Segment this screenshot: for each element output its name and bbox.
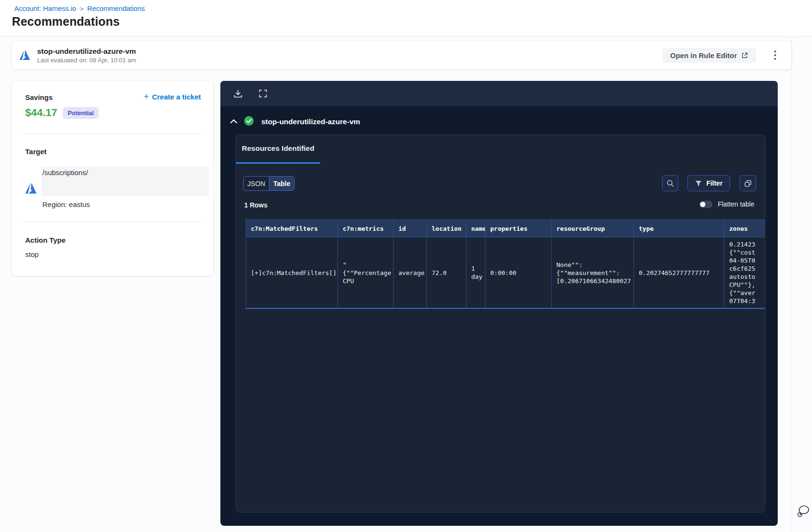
column-header: type [634,220,724,237]
table-cell: 0.21423 {""cost 04-05T0 c6cf625 autosto … [724,237,765,309]
header-divider [0,36,812,37]
view-json-button[interactable]: JSON [244,177,269,190]
table-cell: 72.0 [427,237,466,309]
copy-icon [744,179,752,187]
plus-icon: + [144,93,149,100]
target-label: Target [25,148,47,156]
target-region: Region: eastus [42,200,90,208]
savings-amount-row: $44.17 Potential [25,107,99,119]
tab-resources-identified[interactable]: Resources Identified [242,144,314,153]
results-table-container: c7n:MatchedFilters c7n:metrics id locati… [246,219,765,310]
chat-support-icon[interactable] [795,503,811,520]
breadcrumb-recommendations-link[interactable]: Recommendations [87,5,145,12]
card-divider [23,222,202,222]
create-ticket-label: Create a ticket [152,93,201,101]
success-check-icon [244,116,254,126]
right-gutter-divider [792,37,792,532]
column-header: zones [724,220,765,237]
fullscreen-icon[interactable] [258,89,268,99]
rows-count: 1 Rows [244,201,267,209]
target-path: /subscriptions/ [42,168,88,177]
savings-potential-badge: Potential [63,107,99,119]
matched-filters-expand-link[interactable]: [+]c7n:MatchedFilters[] [246,237,338,309]
page-title: Recommendations [12,15,120,29]
filter-icon [695,180,702,187]
results-toolbar [220,81,778,106]
column-header: c7n:MatchedFilters [246,220,338,237]
copy-button[interactable] [740,175,756,191]
card-divider [23,134,202,134]
breadcrumb-separator: > [80,5,84,12]
action-type-value: stop [25,250,39,258]
table-cell: None"": {""measurement"": [0.20671066342… [552,237,634,309]
rule-header-card: stop-underutilized-azure-vm Last evaluat… [12,41,792,69]
recommendation-details-card: Savings + Create a ticket $44.17 Potenti… [12,81,213,276]
search-button[interactable] [662,175,678,191]
flatten-table-toggle[interactable] [699,201,713,208]
filter-button[interactable]: Filter [687,175,730,191]
more-menu-icon[interactable] [769,49,781,61]
flatten-table-label: Flatten table [718,200,754,208]
rule-title-block: stop-underutilized-azure-vm Last evaluat… [37,47,136,64]
search-icon [666,179,674,187]
filter-label: Filter [706,179,723,187]
create-ticket-button[interactable]: + Create a ticket [144,93,201,101]
table-header-row: c7n:MatchedFilters c7n:metrics id locati… [246,220,765,237]
rule-name: stop-underutilized-azure-vm [37,47,136,56]
toggle-knob [700,202,705,207]
savings-amount: $44.17 [25,107,57,119]
savings-label: Savings [25,93,53,101]
open-rule-editor-button[interactable]: Open in Rule Editor [663,48,756,63]
results-rule-title: stop-underutilized-azure-vm [261,118,360,126]
column-header: resourceGroup [552,220,634,237]
resources-identified-panel: Resources Identified JSON Table [236,135,765,512]
view-mode-toggle: JSON Table [243,176,295,191]
column-header: name [466,220,485,237]
recommendation-detail-page: Account: Harness.io > Recommendations Re… [0,0,812,532]
azure-icon [19,49,31,61]
column-header: location [427,220,466,237]
action-type-label: Action Type [25,236,66,244]
table-row: [+]c7n:MatchedFilters[] " {""Percentage … [246,237,765,309]
column-header: properties [485,220,552,237]
table-cell: " {""Percentage CPU [338,237,394,309]
breadcrumb-account-link[interactable]: Account: Harness.io [14,5,76,12]
open-rule-editor-label: Open in Rule Editor [670,51,737,59]
flatten-table-control: Flatten table [699,200,754,208]
evaluation-results-panel: stop-underutilized-azure-vm Resources Id… [220,81,778,526]
external-link-icon [741,52,748,59]
table-cell: average [394,237,427,309]
active-tab-underline [236,162,320,164]
table-cell: 0.20274652777777777 [634,237,724,309]
column-header: id [394,220,427,237]
table-cell: 1 day [466,237,485,309]
column-header: c7n:metrics [338,220,394,237]
table-cell: 0:00:00 [485,237,552,309]
rule-last-evaluated: Last evaluated on: 08 Apr, 10:01 am [37,57,136,64]
view-table-button[interactable]: Table [269,177,294,190]
download-icon[interactable] [233,89,243,99]
breadcrumb: Account: Harness.io > Recommendations [14,5,145,12]
collapse-icon[interactable] [230,119,238,125]
azure-icon [24,182,38,195]
results-table: c7n:MatchedFilters c7n:metrics id locati… [246,219,765,309]
